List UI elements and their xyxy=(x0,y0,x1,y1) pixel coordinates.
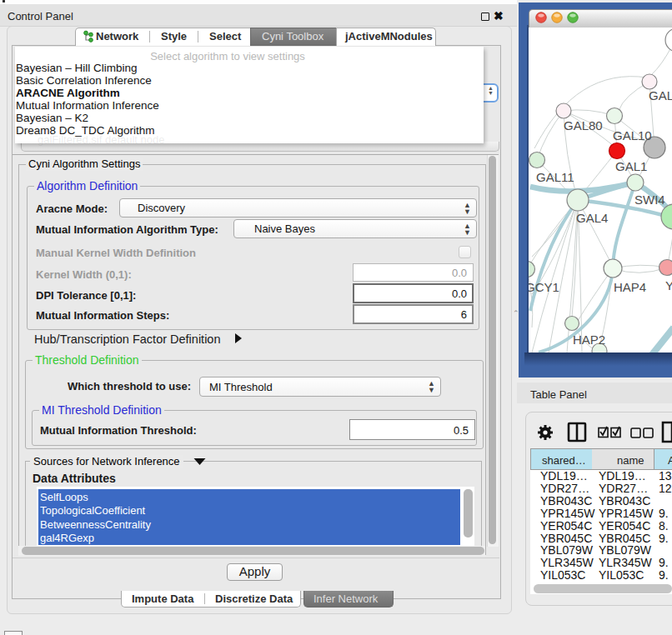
svg-text:GAL80: GAL80 xyxy=(564,118,603,132)
svg-text:GAL: GAL xyxy=(649,88,672,102)
svg-text:GAL10: GAL10 xyxy=(613,128,652,142)
svg-text:GCY1: GCY1 xyxy=(529,280,559,294)
svg-text:GAL1: GAL1 xyxy=(615,159,647,173)
svg-text:Y: Y xyxy=(665,278,672,292)
svg-text:HAP4: HAP4 xyxy=(614,280,646,294)
svg-text:GAL4: GAL4 xyxy=(576,211,608,225)
svg-text:SWI4: SWI4 xyxy=(634,192,665,207)
svg-text:HAP2: HAP2 xyxy=(573,332,605,347)
svg-text:GAL11: GAL11 xyxy=(536,170,574,184)
